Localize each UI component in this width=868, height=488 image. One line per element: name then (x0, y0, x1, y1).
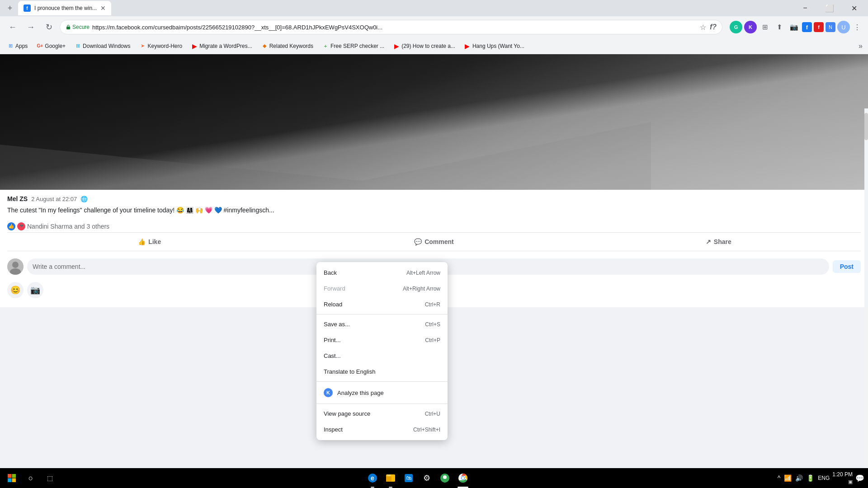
bookmark-how-to-create[interactable]: ▶ (29) How to create a... (390, 40, 459, 52)
scrollbar[interactable] (864, 108, 868, 470)
like-button[interactable]: 👍 Like (7, 235, 292, 249)
scrollbar-thumb[interactable] (864, 113, 868, 140)
maps-icon (440, 473, 450, 483)
svg-point-18 (443, 475, 447, 479)
share-icon: ↗ (706, 238, 711, 245)
taskbar-settings[interactable]: ⚙ (419, 470, 435, 486)
context-menu-inspect[interactable]: Inspect Ctrl+Shift+I (316, 422, 448, 437)
context-menu-view-source[interactable]: View page source Ctrl+U (316, 406, 448, 422)
photo-button[interactable]: 📷 (27, 282, 43, 298)
store-icon: 🛍 (404, 473, 414, 483)
taskbar-chrome[interactable] (455, 470, 471, 486)
more-bookmarks-button[interactable]: » (857, 42, 864, 50)
context-menu-reload[interactable]: Reload Ctrl+R (316, 296, 448, 312)
reactions-line: 👍 ❤ Nandini Sharma and 3 others (7, 221, 861, 232)
context-menu-analyze[interactable]: K Analyze this page (316, 384, 448, 402)
ext-icon[interactable]: ⬆ (773, 21, 786, 33)
grammarly-icon[interactable]: G (730, 21, 742, 33)
address-bar[interactable]: Secure https://m.facebook.com/cursedbaim… (60, 20, 722, 34)
notification-center-icon[interactable]: 💬 (855, 474, 864, 483)
network-icon[interactable]: 📶 (784, 474, 792, 482)
love-emoji: ❤ (17, 222, 25, 230)
comment-button[interactable]: 💬 Comment (292, 235, 576, 249)
taskbar-maps[interactable] (437, 470, 453, 486)
context-menu-save-as[interactable]: Save as... Ctrl+S (316, 316, 448, 332)
bookmark-hangups-label: Hang Ups (Want Yo... (472, 43, 524, 49)
context-separator-3 (316, 404, 448, 404)
context-menu-translate[interactable]: Translate to English (316, 364, 448, 380)
bookmark-hang-ups[interactable]: ▶ Hang Ups (Want Yo... (461, 40, 528, 52)
view-source-shortcut: Ctrl+U (425, 411, 440, 417)
save-as-text: Save as... (324, 321, 350, 328)
reactions-text: Nandini Sharma and 3 others (27, 223, 109, 230)
bookmark-download-windows[interactable]: ⊞ Download Windows (71, 40, 134, 52)
start-button[interactable] (4, 470, 20, 486)
maximize-button[interactable]: ⬜ (819, 1, 840, 15)
grid-icon[interactable]: ⊞ (759, 21, 771, 33)
bookmark-serp-label: Free SERP checker ... (330, 43, 384, 49)
serp-favicon: + (322, 43, 329, 49)
forward-button[interactable]: → (24, 20, 38, 34)
facebook-red-icon[interactable]: f (814, 22, 824, 32)
share-label: Share (714, 238, 731, 245)
reload-button[interactable]: ↻ (42, 20, 56, 34)
share-button[interactable]: ↗ Share (576, 235, 861, 249)
windows-favicon: ⊞ (75, 43, 81, 49)
task-view-button[interactable]: ⬚ (42, 470, 58, 486)
context-menu-cast[interactable]: Cast... (316, 348, 448, 364)
keywordtool-icon[interactable]: K (744, 21, 757, 33)
volume-icon[interactable]: 🔊 (795, 474, 803, 482)
bookmark-google-plus[interactable]: G+ Google+ (33, 40, 69, 52)
bookmark-migrate-wordpress[interactable]: ▶ Migrate a WordPres... (188, 40, 255, 52)
related-favicon: ◆ (261, 43, 268, 49)
forward-text: Forward (324, 285, 345, 292)
bookmark-related-keywords[interactable]: ◆ Related Keywords (258, 40, 317, 52)
bookmark-star-icon[interactable]: ☆ (700, 23, 706, 32)
reload-shortcut: Ctrl+R (425, 301, 440, 308)
context-menu-forward[interactable]: Forward Alt+Right Arrow (316, 281, 448, 296)
minimize-button[interactable]: − (795, 1, 816, 15)
explorer-icon (386, 473, 396, 483)
facebook-toolbar-icon[interactable]: f (802, 22, 812, 32)
back-shortcut: Alt+Left Arrow (406, 270, 440, 276)
page-content: Mel ZS 2 August at 22:07 🌐 The cutest "I… (0, 54, 868, 488)
taskbar-explorer[interactable] (382, 470, 399, 486)
googleplus-favicon: G+ (37, 43, 43, 49)
f-icon[interactable]: f? (710, 23, 717, 31)
analyze-label: K Analyze this page (324, 388, 384, 397)
svg-point-23 (462, 477, 464, 479)
nav-bar: ← → ↻ Secure https://m.facebook.com/curs… (0, 16, 868, 38)
view-source-text: View page source (324, 410, 370, 417)
tray-expand-icon[interactable]: ^ (778, 474, 781, 482)
apps-favicon: ⊞ (7, 43, 14, 49)
time-block[interactable]: 1:20 PM ▣ (832, 471, 853, 485)
new-tab-button[interactable]: + (4, 2, 16, 14)
image-texture (0, 54, 868, 190)
taskbar-edge[interactable]: e (364, 470, 381, 486)
more-options-button[interactable]: ⋮ (852, 21, 863, 33)
close-button[interactable]: ✕ (844, 1, 864, 15)
tab-close-button[interactable]: ✕ (100, 5, 106, 12)
search-button[interactable]: ○ (23, 470, 39, 486)
browser-tab-active[interactable]: f I pronouce them the win... ✕ (18, 1, 111, 15)
profile-avatar-button[interactable]: U (837, 21, 850, 33)
battery-icon[interactable]: 🔋 (807, 474, 814, 482)
emoji-button[interactable]: 😊 (7, 282, 24, 298)
view-source-label: View page source (324, 410, 370, 417)
translate-label: Translate to English (324, 368, 375, 375)
context-menu-print[interactable]: Print... Ctrl+P (316, 332, 448, 348)
bookmark-apps[interactable]: ⊞ Apps (4, 40, 31, 52)
tab-title: I pronouce them the win... (34, 5, 97, 11)
post-comment-button[interactable]: Post (833, 260, 861, 273)
context-menu-back[interactable]: Back Alt+Left Arrow (316, 265, 448, 281)
commenter-avatar (7, 258, 24, 275)
secure-label: Secure (72, 24, 90, 30)
taskbar-store[interactable]: 🛍 (401, 470, 417, 486)
ext2-icon[interactable]: N (826, 22, 835, 32)
language-icon[interactable]: ENG (818, 475, 830, 481)
back-button[interactable]: ← (5, 20, 20, 34)
camera-icon[interactable]: 📷 (788, 21, 800, 33)
bookmark-free-serp[interactable]: + Free SERP checker ... (319, 40, 388, 52)
bookmark-keyword-hero[interactable]: ➤ Keyword-Hero (136, 40, 186, 52)
tab-bar: + f I pronouce them the win... ✕ (4, 1, 791, 15)
